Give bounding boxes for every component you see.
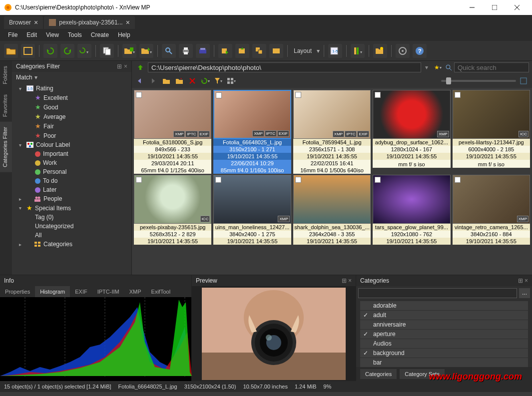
thumbnail-checkbox[interactable]	[455, 177, 461, 183]
tag-button[interactable]	[373, 44, 387, 58]
close-button[interactable]	[506, 0, 528, 14]
maximize-icon[interactable]	[518, 75, 529, 86]
rotate-ccw-button[interactable]	[43, 44, 57, 58]
tree-item[interactable]: ★Fair	[14, 121, 129, 131]
side-tab-favorites[interactable]: Favorites	[0, 89, 12, 122]
tree-item[interactable]: To do	[14, 176, 129, 185]
menu-view[interactable]: View	[42, 30, 63, 40]
category-filter-input[interactable]	[358, 288, 517, 298]
print-button[interactable]	[179, 44, 193, 58]
new-folder-button[interactable]: *	[174, 75, 185, 86]
rotate-dropdown-button[interactable]: ▾	[77, 44, 91, 58]
open-button[interactable]	[4, 44, 18, 58]
tree-item[interactable]: ★Good	[14, 102, 129, 112]
tree-item[interactable]: ★Poor	[14, 131, 129, 140]
search-button[interactable]	[162, 44, 176, 58]
rotate-cw-button[interactable]	[60, 44, 74, 58]
copy-button[interactable]	[100, 44, 114, 58]
info-tab-xmp[interactable]: XMP	[124, 286, 146, 297]
tree-item[interactable]: Tag (0)	[14, 213, 129, 222]
thumbnail-checkbox[interactable]	[455, 92, 461, 98]
panel-dock-icon[interactable]: ⊞	[117, 63, 122, 70]
category-item[interactable]: anniversaire	[360, 320, 528, 329]
thumbnail-checkbox[interactable]	[215, 177, 221, 183]
refresh-button[interactable]: ▾	[200, 75, 211, 86]
thumbnail[interactable]: XMPuins_man_loneliness_12427...3840x2400…	[213, 175, 291, 245]
tab-image[interactable]: pexels-pixabay-23561...×	[44, 16, 135, 29]
checkbox[interactable]: ✓	[362, 312, 369, 319]
tree-item[interactable]: ★Excellent	[14, 93, 129, 102]
maximize-button[interactable]	[483, 0, 506, 14]
panel-close-icon[interactable]: ×	[525, 277, 528, 284]
thumbnail-checkbox[interactable]	[216, 92, 222, 98]
tree-item[interactable]: ★Average	[14, 112, 129, 121]
thumbnail-size-slider[interactable]	[441, 80, 516, 82]
thumbnail[interactable]: XMPIPTCEXIFFotolia_66648025_L.jpg3150x21…	[213, 90, 291, 174]
checkbox[interactable]: ✓	[362, 331, 369, 338]
category-item[interactable]: ✓background	[360, 349, 528, 358]
slideshow-button[interactable]	[269, 44, 283, 58]
menu-help[interactable]: Help	[114, 30, 134, 40]
menu-create[interactable]: Create	[87, 30, 113, 40]
panel-dock-icon[interactable]: ⊞	[342, 277, 347, 284]
thumbnail[interactable]: XMPIPTCEXIFFotolia_63180006_S.jpg849x566…	[134, 90, 211, 174]
side-tab-categories-filter[interactable]: Categories Filter	[0, 122, 12, 172]
chevron-down-icon[interactable]: ▾	[423, 64, 430, 71]
thumbnail-checkbox[interactable]	[136, 177, 142, 183]
fullscreen-button[interactable]	[21, 44, 35, 58]
sort-button[interactable]: 1-5	[328, 44, 342, 58]
info-tab-iptc-iim[interactable]: IPTC-IIM	[92, 286, 124, 297]
tab-category-sets[interactable]: Category Sets	[400, 369, 445, 379]
export-button[interactable]	[235, 44, 249, 58]
thumbnail-checkbox[interactable]	[375, 92, 381, 98]
close-icon[interactable]: ×	[34, 18, 38, 26]
close-icon[interactable]: ×	[126, 18, 130, 26]
info-tab-histogram[interactable]: Histogram	[35, 286, 70, 297]
tree-item[interactable]: Later	[14, 185, 129, 194]
search-input[interactable]	[454, 62, 529, 72]
thumbnail[interactable]: tars_space_glow_planet_99...1920x1080 - …	[373, 175, 450, 245]
tree-item[interactable]: Work	[14, 158, 129, 167]
thumbnail[interactable]: shark_dolphin_sea_130036_...2364x2048 - …	[293, 175, 371, 245]
thumbnail-checkbox[interactable]	[295, 177, 301, 183]
folder-move-button[interactable]: ▾	[139, 44, 153, 58]
menu-tools[interactable]: Tools	[64, 30, 86, 40]
thumbnail[interactable]: ICCpexels-lilartsy-1213447.jpg6000x4000 …	[453, 90, 530, 174]
category-item[interactable]: bar	[360, 358, 528, 367]
checkbox[interactable]: ✓	[362, 350, 369, 357]
panel-close-icon[interactable]: ×	[124, 63, 127, 70]
thumbnail-checkbox[interactable]	[375, 177, 381, 183]
info-tab-exif[interactable]: EXIF	[70, 286, 92, 297]
panel-close-icon[interactable]: ×	[348, 277, 352, 284]
scan-button[interactable]	[196, 44, 210, 58]
category-item[interactable]: Audios	[360, 339, 528, 348]
filter-button[interactable]: ▾	[213, 75, 224, 86]
menu-edit[interactable]: Edit	[22, 30, 41, 40]
category-item[interactable]: ✓aperture	[360, 330, 528, 339]
help-button[interactable]: ?	[413, 44, 427, 58]
side-tab-folders[interactable]: Folders	[0, 61, 12, 89]
view-mode-button[interactable]: ▾	[226, 75, 237, 86]
thumbnail[interactable]: XMPvintage_retro_camera_1265...3840x2160…	[453, 175, 530, 245]
tree-item[interactable]: Uncategorized	[14, 222, 129, 231]
menu-file[interactable]: File	[4, 30, 21, 40]
thumbnail[interactable]: XMPadybug_drop_surface_1062...1280x1024 …	[373, 90, 450, 174]
tree-group[interactable]: ▾Colour Label	[14, 140, 129, 149]
thumbnail-checkbox[interactable]	[295, 92, 301, 98]
tab-categories[interactable]: Categories	[360, 369, 397, 379]
folder-button[interactable]	[161, 75, 172, 86]
tree-item[interactable]: All	[14, 231, 129, 240]
chevron-down-icon[interactable]: ▾	[317, 47, 320, 54]
folder-copy-button[interactable]: ▾	[122, 44, 136, 58]
bookmarks-button[interactable]: ▾	[351, 44, 365, 58]
minimize-button[interactable]	[461, 0, 483, 14]
preview-image[interactable]	[192, 286, 356, 381]
up-button[interactable]	[135, 62, 146, 73]
tree-group[interactable]: ▾1-5Rating	[14, 84, 129, 93]
address-input[interactable]	[148, 62, 421, 72]
panel-dock-icon[interactable]: ⊞	[518, 277, 523, 284]
tree-item[interactable]: Important	[14, 149, 129, 158]
thumbnail[interactable]: XMPIPTCEXIFFotolia_78599454_L.jpg2356x15…	[293, 90, 371, 174]
favorite-button[interactable]: ★▾	[432, 62, 443, 73]
tree-group[interactable]: ▸People	[14, 194, 129, 203]
